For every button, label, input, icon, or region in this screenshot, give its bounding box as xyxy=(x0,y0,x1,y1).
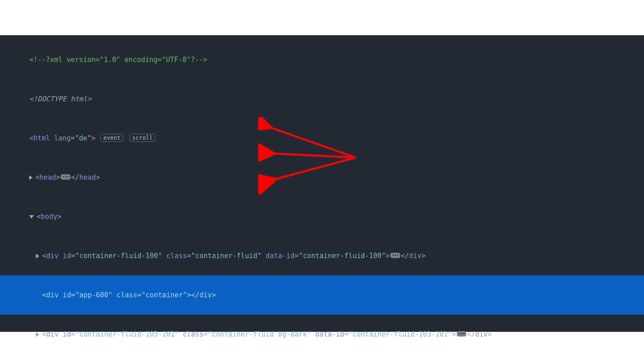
dom-line-cf100[interactable]: <div id="container-fluid-100" class="con… xyxy=(0,236,644,276)
ellipsis-icon[interactable]: ••• xyxy=(457,331,466,337)
dom-line-html-open[interactable]: <html lang="de"> event scroll xyxy=(0,119,644,158)
badge-scroll[interactable]: scroll xyxy=(129,134,155,142)
devtools-elements-panel[interactable]: <!--?xml version="1.0" encoding="UTF-8"?… xyxy=(0,35,644,332)
dom-line-cf103[interactable]: <div id="container-fluid-103-101" class=… xyxy=(0,315,644,354)
expand-icon[interactable] xyxy=(29,175,33,180)
tag-html: html xyxy=(34,134,50,142)
dom-line-app600-b[interactable]: <div id="app-600" class="container"></di… xyxy=(0,354,644,362)
doctype-text: <!DOCTYPE html> xyxy=(29,95,91,103)
dom-line-body-open[interactable]: <body> xyxy=(0,197,644,236)
badge-event[interactable]: event xyxy=(101,134,123,142)
ellipsis-icon[interactable]: ••• xyxy=(61,174,70,180)
dom-line-head[interactable]: <head>•••</head> xyxy=(0,158,644,197)
dom-line-doctype[interactable]: <!DOCTYPE html> xyxy=(0,79,644,119)
expand-icon[interactable] xyxy=(36,332,39,337)
collapse-icon[interactable] xyxy=(29,215,34,219)
top-whitespace xyxy=(0,0,644,35)
xml-comment-text: <!--?xml version="1.0" encoding="UTF-8"?… xyxy=(29,56,207,64)
dom-line-xml-decl[interactable]: <!--?xml version="1.0" encoding="UTF-8"?… xyxy=(0,40,644,79)
dom-line-app600-selected[interactable]: <div id="app-600" class="container"></di… xyxy=(0,276,644,315)
expand-icon[interactable] xyxy=(36,254,39,258)
ellipsis-icon[interactable]: ••• xyxy=(390,253,400,258)
